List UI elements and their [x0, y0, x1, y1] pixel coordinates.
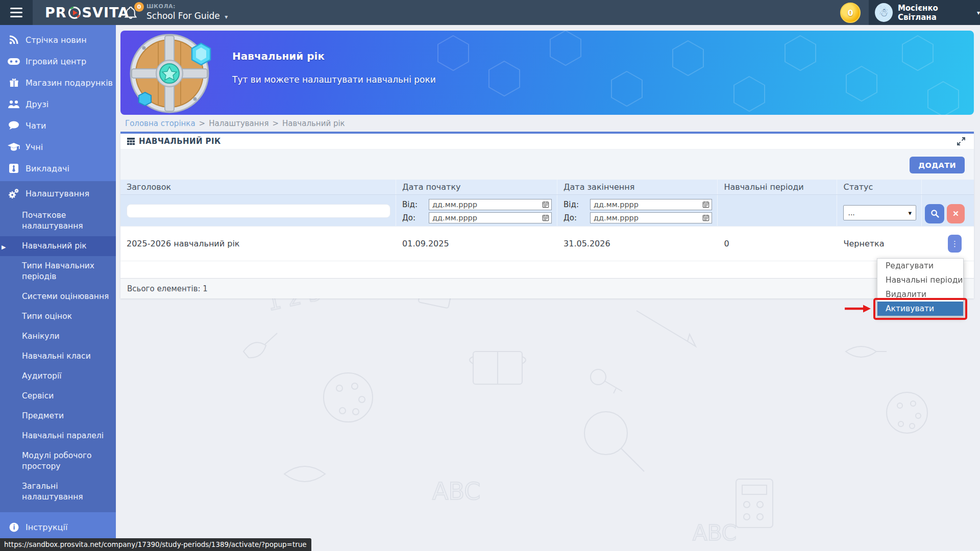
cell-end-date: 31.05.2026: [557, 227, 718, 261]
sidebar-item-auditoriums[interactable]: Аудиторії: [0, 366, 116, 386]
sidebar-item-workspace-modules[interactable]: Модулі робочого простору: [0, 446, 116, 477]
sidebar-item-initial-setup[interactable]: Початкове налаштування: [0, 206, 116, 236]
date-from-label: Від:: [402, 200, 429, 209]
sidebar-item-chats[interactable]: Чати: [0, 115, 116, 136]
academic-year-panel: НАВЧАЛЬНИЙ РІК ДОДАТИ Заголовок Дата поч…: [120, 132, 974, 298]
panel-title: НАВЧАЛЬНИЙ РІК: [139, 137, 221, 146]
calendar-icon: [702, 214, 709, 221]
start-date-to-input[interactable]: [429, 212, 552, 223]
svg-text:i: i: [13, 524, 15, 531]
breadcrumb-separator: >: [199, 119, 206, 128]
breadcrumb-settings-link[interactable]: Налаштування: [209, 119, 268, 128]
coins-badge[interactable]: 0: [840, 3, 861, 23]
friends-icon: [7, 99, 20, 109]
cell-start-date: 01.09.2025: [396, 227, 557, 261]
date-from-label: Від:: [564, 200, 590, 209]
gamepad-icon: [7, 57, 20, 66]
column-header-status: Статус: [837, 180, 922, 194]
table-grid-icon: [127, 138, 135, 145]
sidebar-item-general-settings[interactable]: Загальні налаштування: [0, 477, 116, 507]
breadcrumb: Головна сторінка > Налаштування > Навчал…: [120, 119, 974, 128]
rss-icon: [7, 35, 20, 45]
column-header-end-date: Дата закінчення: [557, 180, 718, 194]
menu-item-activate[interactable]: Активувати: [877, 302, 963, 316]
menu-item-study-periods[interactable]: Навчальні періоди: [877, 273, 963, 287]
sidebar-item-grading-systems[interactable]: Системи оцінювання: [0, 287, 116, 307]
page-title: Навчальний рік: [232, 50, 325, 62]
clear-filter-button[interactable]: ✕: [947, 204, 965, 223]
title-filter-input[interactable]: [127, 204, 390, 218]
breadcrumb-current: Навчальний рік: [282, 119, 345, 128]
search-button[interactable]: [925, 204, 944, 223]
sidebar-item-holidays[interactable]: Канікули: [0, 327, 116, 346]
cell-periods: 0: [718, 227, 837, 261]
sidebar-item-parallels[interactable]: Навчальні паралелі: [0, 426, 116, 446]
app-logo[interactable]: PR SVITA: [45, 0, 129, 25]
date-to-label: До:: [402, 213, 429, 222]
user-name: Мосієнко Світлана: [898, 4, 975, 22]
notifications-button[interactable]: 0: [124, 6, 139, 21]
close-icon: ✕: [952, 209, 959, 218]
kebab-menu-icon: ⋮: [951, 239, 959, 248]
calendar-icon: [702, 201, 709, 208]
sidebar-item-label: Магазин подарунків: [26, 78, 113, 88]
table-row: 2025-2026 навчальний рік 01.09.2025 31.0…: [120, 227, 974, 261]
end-date-from-input[interactable]: [590, 199, 712, 210]
sidebar-item-gift-shop[interactable]: Магазин подарунків: [0, 72, 116, 93]
page-subtitle: Тут ви можете налаштувати навчальні роки: [232, 74, 436, 85]
add-button[interactable]: ДОДАТИ: [910, 157, 965, 173]
sidebar-item-news-feed[interactable]: Стрічка новин: [0, 29, 116, 51]
start-date-from-input[interactable]: [429, 199, 552, 210]
chevron-down-icon: ▾: [977, 9, 980, 16]
svg-text:ABC: ABC: [693, 520, 737, 545]
chevron-down-icon: ▾: [225, 13, 228, 20]
breadcrumb-home-link[interactable]: Головна сторінка: [125, 119, 195, 128]
table-spacer: [120, 261, 974, 278]
teacher-tie-icon: [7, 164, 20, 173]
notification-badge: 0: [134, 2, 144, 12]
sidebar-item-classes[interactable]: Навчальні класи: [0, 346, 116, 366]
hamburger-menu-button[interactable]: [0, 0, 33, 25]
expand-panel-button[interactable]: [957, 137, 966, 146]
sidebar-item-settings[interactable]: Налаштування: [0, 181, 116, 206]
school-label: ШКОЛА:: [146, 3, 228, 10]
table-header-row: Заголовок Дата початку Дата закінчення Н…: [120, 180, 974, 195]
calendar-icon: [542, 201, 549, 208]
topbar: PR SVITA 0 ШКОЛА: School For Guide ▾: [0, 0, 980, 25]
coin-count: 0: [847, 8, 853, 18]
panel-header: НАВЧАЛЬНИЙ РІК: [120, 134, 974, 149]
breadcrumb-separator: >: [272, 119, 279, 128]
status-filter-select[interactable]: ... ▾: [843, 205, 916, 220]
cell-status: Чернетка: [837, 227, 922, 261]
school-selector[interactable]: ШКОЛА: School For Guide ▾: [146, 3, 228, 21]
user-menu[interactable]: ☃ Мосієнко Світлана ▾: [869, 0, 980, 25]
sidebar-item-friends[interactable]: Друзі: [0, 93, 116, 115]
sidebar-item-teachers[interactable]: Викладачі: [0, 158, 116, 179]
logo-play-icon: [68, 6, 81, 19]
sidebar-item-instructions[interactable]: i Інструкції: [0, 516, 116, 538]
main-content: ABC 1 2 3 ABC: [116, 25, 980, 551]
table-filter-row: Від: До:: [120, 195, 974, 227]
school-name: School For Guide: [146, 11, 220, 21]
sidebar-item-label: Стрічка новин: [26, 35, 87, 45]
sidebar-item-grade-types[interactable]: Типи оцінок: [0, 307, 116, 327]
avatar: ☃: [875, 3, 893, 22]
row-actions-button[interactable]: ⋮: [948, 235, 962, 253]
svg-text:ABC: ABC: [432, 478, 480, 505]
sidebar-item-study-period-types[interactable]: Типи Навчальних періодів: [0, 256, 116, 287]
page-banner: Навчальний рік Тут ви можете налаштувати…: [120, 31, 974, 115]
menu-item-delete[interactable]: Видалити: [877, 287, 963, 302]
app-root: PR SVITA 0 ШКОЛА: School For Guide ▾: [0, 0, 980, 551]
chevron-down-icon: ▾: [908, 209, 912, 217]
sidebar-item-subjects[interactable]: Предмети: [0, 406, 116, 426]
sidebar-item-academic-year[interactable]: ▶ Навчальний рік: [0, 236, 116, 256]
sidebar-item-label: Інструкції: [26, 522, 67, 532]
sidebar-item-game-center[interactable]: Ігровий центр: [0, 51, 116, 72]
end-date-to-input[interactable]: [590, 212, 712, 223]
sidebar-item-students[interactable]: Учні: [0, 136, 116, 158]
graduation-cap-icon: [7, 143, 20, 152]
sidebar-settings-section: Налаштування Початкове налаштування ▶ На…: [0, 181, 116, 512]
menu-item-edit[interactable]: Редагувати: [877, 259, 963, 273]
sidebar-item-services[interactable]: Сервіси: [0, 386, 116, 406]
panel-toolbar: ДОДАТИ: [120, 149, 974, 180]
